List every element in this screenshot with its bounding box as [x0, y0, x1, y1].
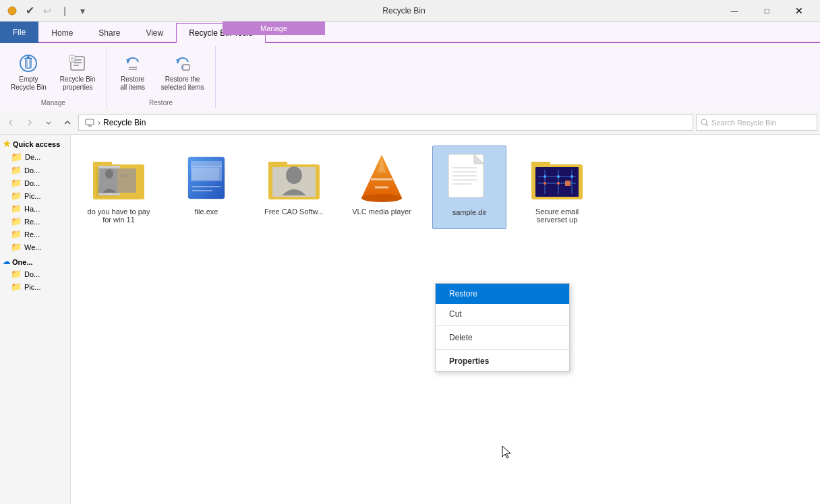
sidebar-item-od-pics-label: Pic... [24, 283, 40, 291]
ctx-restore[interactable]: Restore [436, 284, 569, 304]
tab-view-label: View [146, 28, 163, 38]
manage-tab-header: Manage [223, 22, 325, 35]
sidebar-item-pictures-label: Pic... [24, 192, 40, 200]
manage-group-items: EmptyRecycle Bin [5, 46, 101, 98]
up-button[interactable] [59, 115, 76, 131]
onedrive-section: ☁ One... 📁 Do... 📁 Pic... [0, 256, 70, 293]
svg-point-69 [570, 175, 573, 178]
sidebar-item-pictures[interactable]: 📁 Pic... [0, 189, 70, 202]
svg-point-44 [286, 166, 302, 184]
back-button[interactable] [3, 115, 19, 131]
svg-text:img: img [121, 173, 128, 177]
title-bar: ✔ ↩ | ▾ Recycle Bin — □ ✕ [0, 0, 820, 22]
onedrive-header[interactable]: ☁ One... [0, 256, 70, 267]
tab-file-label: File [13, 28, 26, 37]
restore-selected-icon [172, 53, 194, 74]
window-icon [5, 4, 19, 18]
sample-file-label: sample.dir [452, 208, 487, 216]
ctx-properties-label: Properties [449, 356, 489, 366]
re1-folder-icon: 📁 [11, 216, 22, 226]
svg-line-25 [706, 124, 708, 126]
tab-home-label: Home [51, 28, 73, 38]
sidebar-item-re2[interactable]: 📁 Re... [0, 228, 70, 241]
sidebar-item-ha[interactable]: 📁 Ha... [0, 202, 70, 215]
quick-access-header[interactable]: ★ Quick access [0, 137, 70, 150]
sidebar-item-od-docs-label: Do... [24, 270, 40, 278]
we-folder-icon: 📁 [11, 242, 22, 252]
sidebar-item-we[interactable]: 📁 We... [0, 241, 70, 253]
maximize-button[interactable]: □ [751, 0, 782, 22]
breadcrumb-recycle-bin[interactable]: Recycle Bin [103, 118, 146, 127]
file-area[interactable]: img do you have to pay for win 11 [71, 135, 820, 504]
folder1-icon: img [92, 151, 146, 205]
sidebar-item-downloads-label: Do... [24, 166, 40, 175]
ctx-properties[interactable]: Properties [436, 351, 569, 371]
restore-all-items-button[interactable]: Restoreall items [113, 50, 153, 94]
ctx-delete[interactable]: Delete [436, 327, 569, 348]
sidebar-item-desktop[interactable]: 📁 De... [0, 150, 70, 164]
recent-locations-button[interactable] [40, 115, 57, 131]
tab-view[interactable]: View [133, 23, 176, 43]
tab-share[interactable]: Share [86, 23, 133, 43]
sidebar-item-ha-label: Ha... [24, 205, 40, 213]
file-item-vlc[interactable]: VLC media player [345, 146, 419, 229]
main-layout: ★ Quick access 📁 De... 📁 Do... 📁 Do... 📁… [0, 135, 820, 504]
ctx-cut[interactable]: Cut [436, 304, 569, 324]
svg-rect-72 [565, 181, 570, 186]
ribbon-group-manage: EmptyRecycle Bin [0, 46, 107, 108]
ribbon-group-restore: Restoreall items Restore theselected ite [107, 46, 216, 108]
search-icon [701, 119, 709, 127]
file-item-folder1[interactable]: img do you have to pay for win 11 [82, 146, 156, 229]
empty-recycle-bin-button[interactable]: EmptyRecycle Bin [5, 50, 52, 94]
svg-rect-32 [117, 168, 136, 193]
search-placeholder: Search Recycle Bin [711, 119, 776, 127]
ctx-divider [436, 325, 569, 326]
sidebar-item-desktop-label: De... [25, 153, 40, 161]
svg-point-49 [361, 194, 402, 202]
exe-file-label: file.exe [195, 208, 218, 216]
svg-marker-17 [176, 59, 180, 63]
file-item-secure-email[interactable]: Secure email serverset up [520, 146, 594, 229]
cad-folder-label: Free CAD Softw... [264, 208, 324, 216]
quick-access-label: Quick access [13, 140, 60, 148]
restore-selected-items-button[interactable]: Restore theselected items [156, 50, 210, 94]
dropdown-icon[interactable]: ▾ [76, 4, 89, 18]
secure-email-label: Secure email serverset up [523, 208, 591, 224]
star-icon: ★ [3, 139, 11, 149]
sidebar-item-od-docs[interactable]: 📁 Do... [0, 267, 70, 280]
od-pics-icon: 📁 [11, 282, 22, 292]
ctx-cut-label: Cut [449, 309, 462, 319]
restore-all-items-label: Restoreall items [120, 75, 145, 92]
ha-folder-icon: 📁 [11, 203, 22, 214]
recycle-bin-properties-button[interactable]: Recycle Binproperties [55, 50, 101, 94]
quick-access-icon[interactable]: ✔ [23, 4, 36, 18]
sidebar-item-re1-label: Re... [24, 218, 40, 226]
svg-rect-18 [183, 65, 189, 70]
tab-file[interactable]: File [0, 22, 38, 43]
ctx-restore-label: Restore [449, 289, 477, 298]
sidebar-item-documents[interactable]: 📁 Do... [0, 177, 70, 189]
sidebar-item-re1[interactable]: 📁 Re... [0, 215, 70, 228]
window-controls[interactable]: — □ ✕ [719, 0, 815, 22]
ribbon-content: EmptyRecycle Bin [0, 43, 820, 111]
minimize-button[interactable]: — [719, 0, 750, 22]
restore-all-icon [122, 53, 144, 74]
downloads-icon: 📁 [11, 165, 22, 175]
svg-point-70 [544, 182, 546, 185]
file-item-cad[interactable]: Free CAD Softw... [257, 146, 331, 229]
search-box[interactable]: Search Recycle Bin [696, 115, 817, 131]
sample-file-icon [442, 152, 496, 206]
forward-button[interactable] [22, 115, 38, 131]
undo-icon[interactable]: ↩ [40, 4, 54, 18]
file-item-sample[interactable]: sample.dir [432, 146, 506, 229]
address-path[interactable]: › Recycle Bin [78, 115, 693, 131]
sidebar-item-od-pics[interactable]: 📁 Pic... [0, 280, 70, 293]
ctx-divider2 [436, 349, 569, 350]
svg-marker-14 [126, 59, 130, 63]
ribbon: Manage File Home Share View Recycle Bin … [0, 22, 820, 111]
close-button[interactable]: ✕ [784, 0, 815, 22]
re2-folder-icon: 📁 [11, 229, 22, 239]
tab-home[interactable]: Home [38, 23, 86, 43]
file-item-exe[interactable]: file.exe [169, 146, 243, 229]
sidebar-item-downloads[interactable]: 📁 Do... [0, 164, 70, 177]
